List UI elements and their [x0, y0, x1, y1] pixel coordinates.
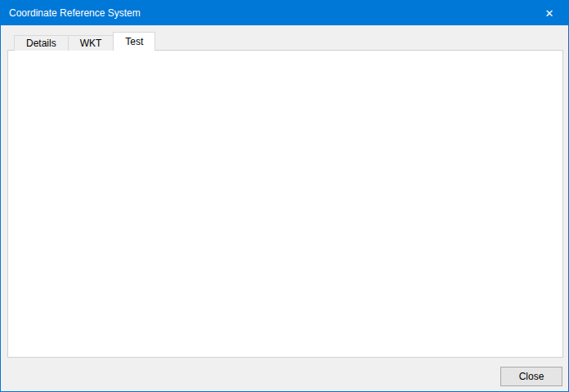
close-button-label: Close — [519, 371, 544, 382]
tab-wkt[interactable]: WKT — [68, 35, 114, 51]
close-icon: ✕ — [545, 7, 554, 20]
test-tab-page — [7, 50, 563, 358]
window-close-button[interactable]: ✕ — [531, 1, 568, 25]
tab-details[interactable]: Details — [14, 35, 69, 51]
tab-test-label: Test — [125, 36, 143, 47]
window-title: Coordinate Reference System — [1, 7, 141, 19]
crs-dialog: Coordinate Reference System ✕ Details WK… — [0, 0, 569, 392]
close-button[interactable]: Close — [500, 367, 562, 386]
tab-bar: Details WKT Test — [14, 32, 155, 51]
tab-details-label: Details — [26, 38, 56, 49]
tab-test[interactable]: Test — [113, 32, 155, 51]
titlebar[interactable]: Coordinate Reference System — [1, 1, 568, 25]
tab-wkt-label: WKT — [80, 38, 102, 49]
